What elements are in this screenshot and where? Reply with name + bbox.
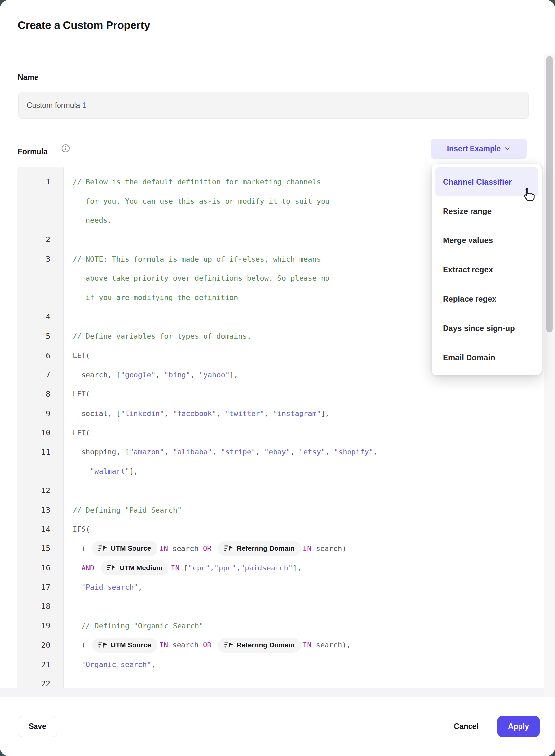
code-text: search [168,641,203,649]
line-number: 1 [17,177,63,186]
code-string: "google" [121,371,156,379]
line-number: 3 [17,254,63,263]
code-keyword: IN [303,641,312,649]
property-token[interactable]: Referring Domain [218,541,301,556]
insert-example-button[interactable]: Insert Example [431,138,527,159]
menu-item-label: Extract regex [443,265,493,274]
code-row: 20 ( UTM Source IN search OR Referring D… [17,636,543,655]
code-text: , [210,564,214,572]
code-row: "walmart"], [17,462,543,481]
code-text: search, [ [73,371,121,379]
code-row: 19 // Defining "Organic Search" [17,616,543,636]
code-keyword: AND [82,564,95,572]
code-text: ], [229,371,239,379]
code-line-content: IFS( [63,525,90,533]
menu-item-merge-values[interactable]: Merge values [435,226,538,255]
property-token-label: UTM Source [111,545,151,552]
code-text [73,660,82,669]
code-line-content: // Define variables for types of domains… [63,332,251,340]
code-text: LET( [73,351,90,360]
code-row: 17 "Paid search", [17,578,543,597]
property-token[interactable]: Referring Domain [218,638,301,653]
property-token-label: UTM Medium [120,564,163,572]
line-number: 21 [17,660,63,669]
code-keyword: IN [160,641,168,649]
property-token[interactable]: UTM Source [92,541,158,556]
code-text: shopping, [ [73,448,129,456]
code-row: 18 [17,597,543,616]
info-icon[interactable] [61,144,70,153]
code-line-content: ( UTM Source IN search OR Referring Doma… [63,541,346,556]
code-text: ], [129,467,138,475]
code-line-content: social, ["linkedin", "facebook", "twitte… [63,409,330,417]
code-string: "instagram" [273,409,321,417]
code-string: "stripe" [221,448,255,456]
code-string: "walmart" [90,467,129,475]
code-comment: needs. [73,216,112,224]
code-row: 10LET( [17,423,543,442]
menu-item-extract-regex[interactable]: Extract regex [435,255,538,284]
line-number: 13 [17,506,63,514]
vertical-scrollbar-track[interactable] [545,54,555,697]
line-number: 4 [17,313,63,321]
menu-item-replace-regex[interactable]: Replace regex [435,284,538,314]
code-text: , [151,660,155,669]
line-number: 7 [17,370,63,379]
code-text [73,564,82,572]
line-number: 16 [17,563,63,572]
property-token[interactable]: UTM Medium [101,560,169,575]
code-text: , [212,448,221,456]
code-text: ], [321,409,330,417]
name-input[interactable]: Custom formula 1 [18,92,529,119]
code-text [211,641,216,649]
property-token-label: Referring Domain [237,545,295,552]
code-row: 9 social, ["linkedin", "facebook", "twit… [17,404,543,423]
code-line-content: needs. [63,216,112,224]
code-line-content: LET( [63,429,90,437]
code-string: "amazon" [129,448,164,456]
menu-item-channel-classifier[interactable]: Channel Classifier [435,167,538,196]
menu-item-days-since-sign-up[interactable]: Days since sign-up [435,314,538,343]
code-text: , [190,371,199,379]
code-text: , [156,371,164,379]
chevron-down-icon [504,146,511,152]
code-string: "Organic search" [82,660,151,669]
code-text: , [164,409,173,417]
code-string: "etsy" [299,448,325,456]
cancel-button[interactable]: Cancel [446,716,486,737]
apply-button[interactable]: Apply [498,716,540,737]
code-line-content: // Below is the default definition for m… [63,177,321,186]
menu-item-email-domain[interactable]: Email Domain [435,343,538,372]
code-string: "cpc" [188,564,210,572]
code-row: 13// Defining "Paid Search" [17,501,543,520]
code-line-content: "Paid search", [63,583,142,591]
property-icon [224,545,233,552]
code-line-content: AND UTM Medium IN ["cpc","ppc","paidsear… [63,560,301,575]
code-line-content: // Defining "Organic Search" [63,622,203,630]
property-icon [224,642,233,648]
create-custom-property-modal: Create a Custom Property Name Custom for… [0,0,555,756]
insert-example-label: Insert Example [447,145,501,153]
code-keyword: IN [160,545,168,553]
code-text: search) [311,545,346,553]
property-icon [107,564,116,571]
horizontal-scrollbar-track[interactable] [0,688,555,697]
code-comment: above take priority over definitions bel… [73,274,330,282]
menu-item-label: Resize range [443,207,492,216]
line-number: 19 [17,622,63,630]
code-keyword: OR [203,641,212,649]
line-number: 20 [17,641,63,649]
line-number: 17 [17,583,63,592]
code-line-content: // NOTE: This formula is made up of if-e… [63,255,321,263]
save-button[interactable]: Save [18,716,57,737]
code-text: ], [293,564,301,572]
code-row: 16 AND UTM Medium IN ["cpc","ppc","paids… [17,558,543,578]
code-string: "paidsearch" [240,564,293,572]
property-token[interactable]: UTM Source [92,638,158,653]
code-text: , [255,448,264,456]
menu-item-label: Replace regex [443,294,497,304]
vertical-scrollbar-thumb[interactable] [547,56,553,332]
menu-item-resize-range[interactable]: Resize range [435,196,538,226]
code-string: "ebay" [264,448,290,456]
code-comment: // Defining "Organic Search" [82,622,204,630]
